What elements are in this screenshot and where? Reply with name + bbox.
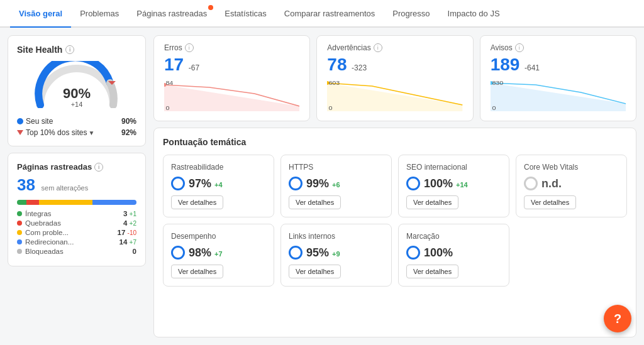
stat-row-redirecionamentos: Redirecionan... 14 +7: [17, 238, 136, 246]
legend-row-site: Seu site 90%: [17, 117, 136, 126]
svg-text:0: 0: [492, 105, 496, 111]
nav-tab-estatisticas[interactable]: Estatísticas: [216, 0, 275, 28]
nav-tab-visao-geral[interactable]: Visão geral: [10, 0, 71, 28]
nav-tab-impacto-js[interactable]: Impacto do JS: [439, 0, 509, 28]
stat-row-quebradas: Quebradas 4 +2: [17, 219, 136, 227]
right-panel: Erros i 17 -67 84 0: [153, 35, 636, 337]
score-item-links-internos: Links internos 95% +9 Ver detalhes: [280, 224, 392, 287]
ver-detalhes-cwv[interactable]: Ver detalhes: [524, 195, 576, 209]
erros-chart: 84 0: [164, 80, 299, 113]
score-grid-top: Rastreabilidade 97% +4 Ver detalhes HTTP…: [163, 155, 627, 217]
score-circle-https: [289, 177, 303, 190]
gauge-text: 90% +14: [63, 87, 91, 108]
pages-count-row: 38 sem alterações: [17, 175, 136, 195]
svg-marker-9: [491, 83, 626, 111]
nav-tab-progresso[interactable]: Progresso: [384, 0, 438, 28]
pb-blue: [92, 200, 136, 205]
avisos-chart: 830 0: [491, 80, 626, 113]
svg-text:603: 603: [329, 80, 340, 86]
ver-detalhes-https[interactable]: Ver detalhes: [289, 195, 341, 209]
svg-marker-5: [327, 83, 462, 111]
advertencias-chart: 603 0: [327, 80, 462, 113]
pb-orange: [39, 200, 92, 205]
progress-bar: [17, 200, 136, 205]
help-fab[interactable]: ?: [604, 305, 631, 332]
score-circle-cwv: [524, 177, 538, 190]
stat-row-bloqueadas: Bloqueadas 0: [17, 248, 136, 255]
nav-tab-comparar[interactable]: Comparar rastreamentos: [275, 0, 384, 28]
metrics-row: Erros i 17 -67 84 0: [153, 35, 636, 121]
pages-crawled-card: Páginas rastreadas i 38 sem alterações Í…: [8, 153, 146, 266]
erros-info-icon[interactable]: i: [185, 43, 194, 52]
left-panel: Site Health i 90%: [8, 35, 146, 337]
site-health-info-icon[interactable]: i: [65, 45, 74, 54]
chevron-icon[interactable]: ▼: [88, 129, 94, 136]
metric-card-advertencias: Advertências i 78 -323 603 0: [316, 35, 473, 121]
svg-marker-1: [164, 85, 299, 111]
score-item-marcacao: Marcação 100% Ver detalhes: [398, 224, 509, 287]
triangle-icon: [17, 130, 23, 135]
nav-tab-paginas-rastreadas[interactable]: Páginas rastreadas: [128, 0, 216, 28]
legend-row-top10: Top 10% dos sites ▼ 92%: [17, 128, 136, 137]
avisos-info-icon[interactable]: i: [515, 43, 524, 52]
score-circle-seo: [406, 177, 420, 190]
score-item-desempenho: Desempenho 98% +7 Ver detalhes: [163, 224, 274, 287]
gauge-container: 90% +14: [17, 61, 136, 111]
site-health-title: Site Health i: [17, 45, 136, 55]
pages-crawled-title: Páginas rastreadas i: [17, 162, 136, 172]
ver-detalhes-marcacao[interactable]: Ver detalhes: [406, 265, 458, 278]
svg-text:830: 830: [492, 80, 503, 86]
orange-dot-icon: [17, 230, 22, 235]
empty-slot: [516, 224, 627, 287]
pb-red: [26, 200, 39, 205]
metric-card-avisos: Avisos i 189 -641 830 0: [480, 35, 636, 121]
gray-dot-icon: [17, 249, 22, 254]
advertencias-info-icon[interactable]: i: [374, 43, 382, 52]
score-circle-rastreabilidade: [171, 177, 185, 190]
main-content: Site Health i 90%: [0, 28, 644, 345]
ver-detalhes-links[interactable]: Ver detalhes: [289, 265, 341, 278]
metric-card-erros: Erros i 17 -67 84 0: [153, 35, 310, 121]
thematic-card: Pontuação temática Rastreabilidade 97% +…: [153, 128, 636, 337]
score-item-core-web-vitals: Core Web Vitals n.d. Ver detalhes: [516, 155, 627, 217]
blue-dot-icon: [17, 118, 23, 124]
score-item-rastreabilidade: Rastreabilidade 97% +4 Ver detalhes: [163, 155, 274, 217]
thematic-title: Pontuação temática: [163, 137, 627, 147]
nav-bar: Visão geral Problemas Páginas rastreadas…: [0, 0, 644, 28]
badge-dot: [208, 5, 213, 10]
score-circle-desempenho: [171, 246, 185, 260]
score-circle-marcacao: [406, 246, 420, 260]
svg-text:0: 0: [329, 105, 333, 111]
score-grid-bottom: Desempenho 98% +7 Ver detalhes Links int…: [163, 224, 627, 287]
pb-green: [17, 200, 26, 205]
svg-text:0: 0: [165, 105, 170, 111]
gauge-wrap: 90% +14: [33, 61, 121, 108]
score-circle-links: [289, 246, 303, 260]
stat-row-integras: Íntegras 3 +1: [17, 210, 136, 217]
ver-detalhes-seo[interactable]: Ver detalhes: [406, 195, 458, 209]
green-dot-icon: [17, 211, 22, 216]
red-dot-icon: [17, 221, 22, 226]
svg-text:84: 84: [165, 80, 173, 86]
blue-dot-2-icon: [17, 239, 22, 244]
score-item-seo-internacional: SEO internacional 100% +14 Ver detalhes: [398, 155, 509, 217]
nav-tab-problemas[interactable]: Problemas: [71, 0, 128, 28]
stat-row-problemas: Com proble... 17 -10: [17, 229, 136, 236]
ver-detalhes-desempenho[interactable]: Ver detalhes: [171, 265, 223, 278]
ver-detalhes-rastreabilidade[interactable]: Ver detalhes: [171, 195, 223, 209]
score-item-https: HTTPS 99% +6 Ver detalhes: [280, 155, 392, 217]
site-health-card: Site Health i 90%: [8, 35, 146, 146]
pages-crawled-info-icon[interactable]: i: [94, 163, 103, 172]
